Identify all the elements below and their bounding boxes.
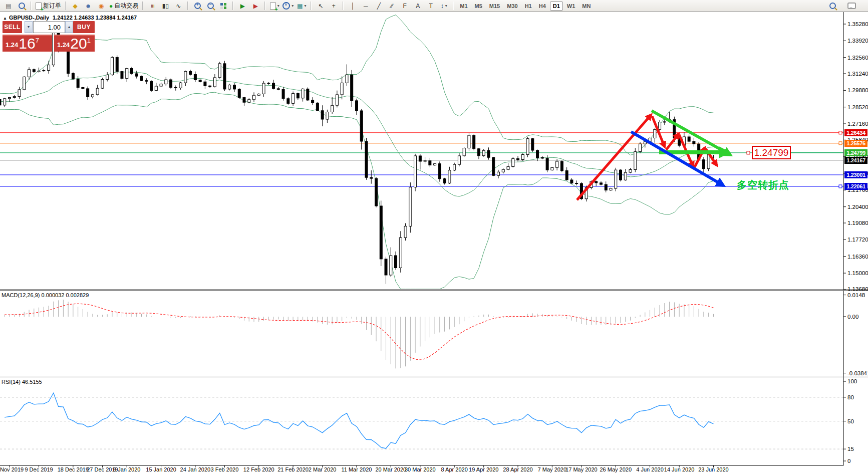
tile-windows-icon[interactable] <box>217 1 230 11</box>
date-axis-label: 3 Feb 2020 <box>211 466 239 472</box>
market-watch-icon: ◆ <box>73 3 77 9</box>
price-axis-tick: 1.27160 <box>847 121 868 127</box>
new-order-button[interactable]: 新订单 <box>34 1 63 11</box>
date-axis-label: 6 Jan 2020 <box>113 466 140 472</box>
rsi-axis-tick: 80 <box>847 394 854 400</box>
chat-icon[interactable] <box>845 1 858 11</box>
timeframe-d1-button[interactable]: D1 <box>550 2 563 11</box>
timeframe-w1-button[interactable]: W1 <box>564 2 578 11</box>
date-axis-label: 11 Mar 2020 <box>341 466 372 472</box>
signal-icon[interactable]: ◉ <box>95 1 108 11</box>
price-level-badge: 1.22061 <box>844 183 867 190</box>
zoom-out-icon: − <box>207 3 214 9</box>
horizontal-line-icon[interactable]: ─ <box>359 1 372 11</box>
templates-button: ▦ <box>297 3 303 9</box>
print-preview-icon <box>19 3 25 9</box>
auto-scroll-icon: ▶ <box>240 3 245 9</box>
timeframe-h1-button[interactable]: H1 <box>522 2 535 11</box>
date-axis-label: 12 Feb 2020 <box>243 466 274 472</box>
price-axis-tick: 1.33920 <box>847 38 868 44</box>
volume-input[interactable] <box>33 21 65 33</box>
crosshair-icon[interactable]: + <box>327 1 340 11</box>
price-chart-canvas[interactable] <box>0 0 868 473</box>
price-axis-tick: 1.35280 <box>847 21 868 27</box>
timeframe-h4-button[interactable]: H4 <box>536 2 549 11</box>
bar-chart-icon[interactable]: ≡ <box>146 1 159 11</box>
timeframe-m1-button[interactable]: M1 <box>457 2 470 11</box>
equidistant-channel-icon[interactable]: ∕∕ <box>385 1 398 11</box>
red-trend-arrow <box>666 134 679 150</box>
chart-window-icon[interactable]: ▤ <box>2 1 15 11</box>
volume-decrease-button[interactable]: ▼ <box>25 21 33 33</box>
market-watch-icon[interactable]: ◆ <box>69 1 82 11</box>
toolbar-right-group <box>826 1 858 11</box>
toolbar-separator <box>232 2 233 10</box>
sell-button[interactable]: SELL <box>3 21 22 33</box>
zoom-in-icon: + <box>194 3 201 9</box>
callout-handle <box>747 151 750 154</box>
price-axis-tick: 1.17720 <box>847 237 868 243</box>
text-label-icon[interactable]: T <box>424 1 437 11</box>
price-callout-label[interactable]: 1.24799 <box>752 146 791 159</box>
candlestick-chart-icon[interactable]: ▮▯ <box>159 1 172 11</box>
price-axis-tick: 1.28520 <box>847 104 868 110</box>
macd-axis-tick: 0.0148 <box>847 292 865 298</box>
price-axis-tick: 1.16360 <box>847 254 868 260</box>
price-axis-tick: 1.19080 <box>847 220 868 226</box>
chart-window-icon: ▤ <box>6 3 11 9</box>
chart-ohlc-values: 1.24122 1.24633 1.23884 1.24167 <box>53 15 137 21</box>
date-axis-label: 19 Apr 2020 <box>469 466 498 472</box>
buy-button[interactable]: BUY <box>73 21 95 33</box>
volume-increase-button[interactable]: ▲ <box>65 21 73 33</box>
price-level-badge: 1.24799 <box>844 149 867 156</box>
print-preview-icon[interactable] <box>15 1 28 11</box>
candlesticks <box>0 25 715 284</box>
chart-shift-icon: ▶ <box>253 3 258 9</box>
search-icon[interactable] <box>826 1 839 11</box>
periods-button <box>282 2 290 10</box>
date-axis-label: 24 Jan 2020 <box>180 466 211 472</box>
cursor-icon[interactable]: ↖ <box>314 1 327 11</box>
indicators-button[interactable]: ▾ <box>268 1 281 11</box>
one-click-trading-panel: SELL ▼ ▲ BUY 1.24 16 7 1.24 20 1 <box>3 21 95 52</box>
date-axis-label: 30 Mar 2020 <box>405 466 436 472</box>
line-chart-icon[interactable]: ∿ <box>172 1 185 11</box>
sell-price-display[interactable]: 1.24 16 7 <box>3 35 52 52</box>
vertical-line-icon[interactable]: │ <box>346 1 359 11</box>
zoom-in-icon[interactable]: + <box>191 1 204 11</box>
timeframe-m15-button[interactable]: M15 <box>486 2 503 11</box>
date-axis-label: 21 Feb 2020 <box>277 466 309 472</box>
arrows-icon[interactable]: ↕▾ <box>437 1 450 11</box>
auto-trading-button[interactable]: ●自动交易 <box>108 1 140 11</box>
date-axis-label: 14 Jun 2020 <box>664 466 695 472</box>
templates-button[interactable]: ▦▾ <box>295 1 308 11</box>
main-toolbar: ▤新订单◆☻◉●自动交易≡▮▯∿+−▶▶▾▾▦▾↖+│─╱∕∕FAT↕▾M1M5… <box>0 0 868 12</box>
cursor-icon: ↖ <box>318 3 323 9</box>
timeframe-mn-button[interactable]: MN <box>579 2 594 11</box>
date-axis-label: 23 Jun 2020 <box>698 466 729 472</box>
zoom-out-icon[interactable]: − <box>204 1 217 11</box>
toolbar-separator <box>142 2 143 10</box>
buy-price-display[interactable]: 1.24 20 1 <box>54 35 95 52</box>
dropdown-caret-icon: ▾ <box>445 4 447 8</box>
timeframe-m30-button[interactable]: M30 <box>504 2 520 11</box>
chart-title: ▲GBPUSD-,Daily1.24122 1.24633 1.23884 1.… <box>3 15 137 21</box>
toolbar-separator <box>453 2 454 10</box>
chart-shift-icon[interactable]: ▶ <box>249 1 262 11</box>
date-axis-label: 18 Dec 2019 <box>58 466 89 472</box>
timeframe-m5-button[interactable]: M5 <box>472 2 485 11</box>
toolbar-separator <box>65 2 66 10</box>
horizontal-line-icon: ─ <box>364 3 368 9</box>
periods-button[interactable]: ▾ <box>281 1 295 11</box>
turning-point-note[interactable]: 多空转折点 <box>737 178 789 192</box>
date-axis-label: 2 Mar 2020 <box>309 466 337 472</box>
toolbar-separator <box>264 2 265 10</box>
trendline-icon[interactable]: ╱ <box>372 1 385 11</box>
text-icon: A <box>416 3 420 9</box>
fibonacci-icon[interactable]: F <box>398 1 411 11</box>
text-icon[interactable]: A <box>411 1 424 11</box>
price-level-badge: 1.25576 <box>844 140 867 147</box>
auto-scroll-icon[interactable]: ▶ <box>236 1 249 11</box>
navigator-icon[interactable]: ☻ <box>82 1 95 11</box>
collapse-one-click-icon[interactable]: ▲ <box>3 16 7 21</box>
